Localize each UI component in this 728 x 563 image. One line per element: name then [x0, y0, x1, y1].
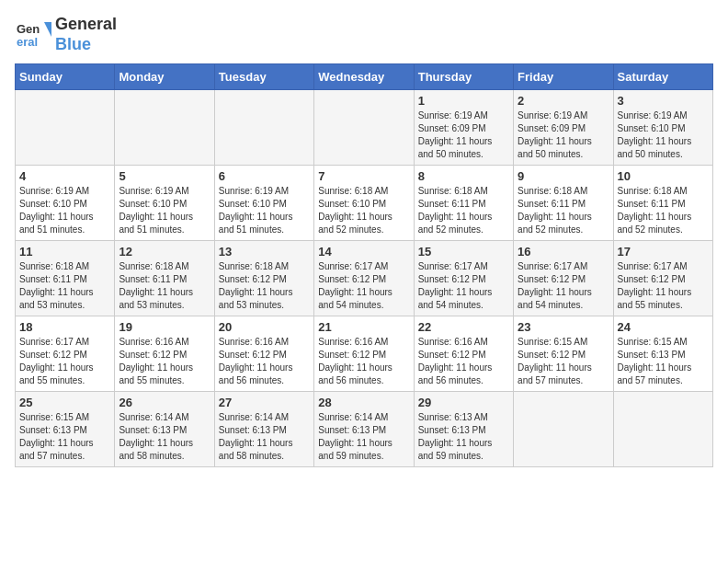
calendar-header: SundayMondayTuesdayWednesdayThursdayFrid… — [16, 64, 713, 90]
calendar-week: 4Sunrise: 6:19 AM Sunset: 6:10 PM Daylig… — [16, 166, 713, 241]
svg-text:Gen: Gen — [17, 22, 40, 36]
calendar-cell — [314, 90, 414, 166]
day-info: Sunrise: 6:16 AM Sunset: 6:12 PM Dayligh… — [418, 336, 509, 387]
day-number: 20 — [219, 320, 310, 334]
day-header: Saturday — [613, 64, 712, 90]
day-info: Sunrise: 6:18 AM Sunset: 6:12 PM Dayligh… — [219, 260, 310, 312]
day-info: Sunrise: 6:19 AM Sunset: 6:10 PM Dayligh… — [618, 109, 709, 161]
calendar-cell: 9Sunrise: 6:18 AM Sunset: 6:11 PM Daylig… — [514, 166, 613, 241]
calendar-body: 1Sunrise: 6:19 AM Sunset: 6:09 PM Daylig… — [16, 90, 713, 467]
day-info: Sunrise: 6:18 AM Sunset: 6:10 PM Dayligh… — [318, 185, 409, 236]
logo-svg: Gen eral — [15, 17, 51, 53]
logo: Gen eral General Blue — [15, 15, 117, 54]
svg-marker-2 — [44, 22, 51, 37]
calendar-cell: 14Sunrise: 6:17 AM Sunset: 6:12 PM Dayli… — [314, 241, 414, 316]
day-info: Sunrise: 6:18 AM Sunset: 6:11 PM Dayligh… — [119, 260, 210, 312]
day-number: 23 — [518, 320, 609, 334]
calendar-cell: 7Sunrise: 6:18 AM Sunset: 6:10 PM Daylig… — [314, 166, 414, 241]
calendar-cell: 13Sunrise: 6:18 AM Sunset: 6:12 PM Dayli… — [214, 241, 313, 316]
calendar-cell: 10Sunrise: 6:18 AM Sunset: 6:11 PM Dayli… — [613, 166, 712, 241]
day-number: 28 — [318, 396, 409, 409]
calendar-cell: 29Sunrise: 6:13 AM Sunset: 6:13 PM Dayli… — [414, 392, 513, 467]
calendar-cell: 24Sunrise: 6:15 AM Sunset: 6:13 PM Dayli… — [613, 316, 712, 392]
day-info: Sunrise: 6:14 AM Sunset: 6:13 PM Dayligh… — [318, 411, 409, 463]
day-header: Sunday — [16, 64, 115, 90]
day-info: Sunrise: 6:15 AM Sunset: 6:12 PM Dayligh… — [518, 336, 609, 387]
day-number: 9 — [518, 169, 609, 183]
day-number: 10 — [618, 169, 709, 183]
day-info: Sunrise: 6:16 AM Sunset: 6:12 PM Dayligh… — [318, 336, 409, 387]
day-number: 18 — [19, 320, 110, 334]
calendar-cell: 19Sunrise: 6:16 AM Sunset: 6:12 PM Dayli… — [115, 316, 214, 392]
calendar-cell: 17Sunrise: 6:17 AM Sunset: 6:12 PM Dayli… — [613, 241, 712, 316]
day-info: Sunrise: 6:18 AM Sunset: 6:11 PM Dayligh… — [518, 185, 609, 236]
day-number: 21 — [318, 320, 409, 334]
calendar-week: 25Sunrise: 6:15 AM Sunset: 6:13 PM Dayli… — [16, 392, 713, 467]
day-number: 14 — [318, 245, 409, 259]
page-header: Gen eral General Blue — [15, 15, 713, 54]
day-number: 5 — [119, 169, 210, 183]
day-info: Sunrise: 6:14 AM Sunset: 6:13 PM Dayligh… — [119, 411, 210, 463]
day-header: Tuesday — [214, 64, 313, 90]
calendar-cell: 2Sunrise: 6:19 AM Sunset: 6:09 PM Daylig… — [514, 90, 613, 166]
day-number: 24 — [618, 320, 709, 334]
day-info: Sunrise: 6:19 AM Sunset: 6:10 PM Dayligh… — [19, 185, 110, 236]
calendar-cell: 26Sunrise: 6:14 AM Sunset: 6:13 PM Dayli… — [115, 392, 214, 467]
day-number: 3 — [618, 94, 709, 108]
day-number: 13 — [219, 245, 310, 259]
day-header: Wednesday — [314, 64, 414, 90]
day-number: 26 — [119, 396, 210, 409]
day-info: Sunrise: 6:18 AM Sunset: 6:11 PM Dayligh… — [618, 185, 709, 236]
day-header: Friday — [514, 64, 613, 90]
day-info: Sunrise: 6:19 AM Sunset: 6:10 PM Dayligh… — [119, 185, 210, 236]
calendar-cell — [613, 392, 712, 467]
calendar-cell — [16, 90, 115, 166]
day-number: 7 — [318, 169, 409, 183]
day-number: 17 — [618, 245, 709, 259]
day-info: Sunrise: 6:19 AM Sunset: 6:09 PM Dayligh… — [418, 109, 509, 161]
calendar-cell — [214, 90, 313, 166]
calendar-cell: 28Sunrise: 6:14 AM Sunset: 6:13 PM Dayli… — [314, 392, 414, 467]
day-number: 1 — [418, 94, 509, 108]
calendar-cell: 20Sunrise: 6:16 AM Sunset: 6:12 PM Dayli… — [214, 316, 313, 392]
day-info: Sunrise: 6:15 AM Sunset: 6:13 PM Dayligh… — [19, 411, 110, 463]
day-number: 2 — [518, 94, 609, 108]
calendar-week: 18Sunrise: 6:17 AM Sunset: 6:12 PM Dayli… — [16, 316, 713, 392]
calendar-cell: 25Sunrise: 6:15 AM Sunset: 6:13 PM Dayli… — [16, 392, 115, 467]
calendar-table: SundayMondayTuesdayWednesdayThursdayFrid… — [15, 63, 713, 467]
day-number: 12 — [119, 245, 210, 259]
calendar-cell: 23Sunrise: 6:15 AM Sunset: 6:12 PM Dayli… — [514, 316, 613, 392]
day-info: Sunrise: 6:17 AM Sunset: 6:12 PM Dayligh… — [19, 336, 110, 387]
day-number: 29 — [418, 396, 509, 409]
calendar-cell: 8Sunrise: 6:18 AM Sunset: 6:11 PM Daylig… — [414, 166, 513, 241]
day-number: 19 — [119, 320, 210, 334]
day-info: Sunrise: 6:18 AM Sunset: 6:11 PM Dayligh… — [19, 260, 110, 312]
day-info: Sunrise: 6:17 AM Sunset: 6:12 PM Dayligh… — [518, 260, 609, 312]
day-info: Sunrise: 6:19 AM Sunset: 6:09 PM Dayligh… — [518, 109, 609, 161]
day-info: Sunrise: 6:15 AM Sunset: 6:13 PM Dayligh… — [618, 336, 709, 387]
calendar-cell: 11Sunrise: 6:18 AM Sunset: 6:11 PM Dayli… — [16, 241, 115, 316]
day-info: Sunrise: 6:14 AM Sunset: 6:13 PM Dayligh… — [219, 411, 310, 463]
day-info: Sunrise: 6:19 AM Sunset: 6:10 PM Dayligh… — [219, 185, 310, 236]
day-info: Sunrise: 6:17 AM Sunset: 6:12 PM Dayligh… — [618, 260, 709, 312]
day-number: 16 — [518, 245, 609, 259]
calendar-cell: 3Sunrise: 6:19 AM Sunset: 6:10 PM Daylig… — [613, 90, 712, 166]
calendar-cell: 16Sunrise: 6:17 AM Sunset: 6:12 PM Dayli… — [514, 241, 613, 316]
calendar-cell: 22Sunrise: 6:16 AM Sunset: 6:12 PM Dayli… — [414, 316, 513, 392]
day-number: 11 — [19, 245, 110, 259]
day-header: Thursday — [414, 64, 513, 90]
day-number: 27 — [219, 396, 310, 409]
day-header: Monday — [115, 64, 214, 90]
day-info: Sunrise: 6:18 AM Sunset: 6:11 PM Dayligh… — [418, 185, 509, 236]
day-info: Sunrise: 6:16 AM Sunset: 6:12 PM Dayligh… — [119, 336, 210, 387]
calendar-cell: 21Sunrise: 6:16 AM Sunset: 6:12 PM Dayli… — [314, 316, 414, 392]
day-number: 8 — [418, 169, 509, 183]
calendar-week: 11Sunrise: 6:18 AM Sunset: 6:11 PM Dayli… — [16, 241, 713, 316]
calendar-cell: 12Sunrise: 6:18 AM Sunset: 6:11 PM Dayli… — [115, 241, 214, 316]
calendar-week: 1Sunrise: 6:19 AM Sunset: 6:09 PM Daylig… — [16, 90, 713, 166]
calendar-cell: 4Sunrise: 6:19 AM Sunset: 6:10 PM Daylig… — [16, 166, 115, 241]
day-number: 4 — [19, 169, 110, 183]
svg-text:eral: eral — [17, 35, 38, 49]
day-info: Sunrise: 6:17 AM Sunset: 6:12 PM Dayligh… — [318, 260, 409, 312]
day-info: Sunrise: 6:13 AM Sunset: 6:13 PM Dayligh… — [418, 411, 509, 463]
